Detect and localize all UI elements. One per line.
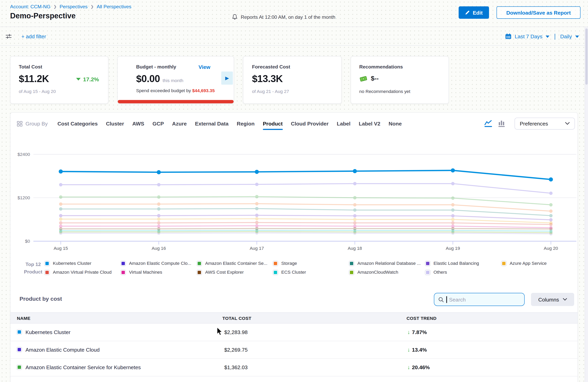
table-row-amazon-elastic-container-service-for-kubernetes[interactable]: Amazon Elastic Container Service for Kub… <box>10 359 578 376</box>
data-point[interactable] <box>451 196 454 200</box>
data-point[interactable] <box>353 196 357 199</box>
data-point[interactable] <box>451 221 454 225</box>
data-point[interactable] <box>353 221 357 225</box>
preferences-dropdown[interactable]: Preferences <box>514 118 575 130</box>
data-point[interactable] <box>59 202 63 206</box>
data-point[interactable] <box>353 203 357 206</box>
line-chart-icon[interactable] <box>484 119 492 127</box>
data-point[interactable] <box>353 225 357 228</box>
data-point[interactable] <box>451 182 454 185</box>
data-point[interactable] <box>157 217 160 221</box>
groupby-tab-cloud-provider[interactable]: Cloud Provider <box>291 118 328 129</box>
data-point[interactable] <box>157 183 160 187</box>
data-point[interactable] <box>255 221 258 224</box>
chevron-down-icon[interactable] <box>546 35 549 38</box>
groupby-tab-none[interactable]: None <box>389 118 402 129</box>
groupby-tab-region[interactable]: Region <box>237 118 254 129</box>
legend-item-amazon-virtual-private-cloud[interactable]: Amazon Virtual Private Cloud <box>45 270 121 275</box>
search-box[interactable] <box>434 293 525 306</box>
column-header-cost-trend[interactable]: COST TREND <box>406 316 437 321</box>
data-point[interactable] <box>549 203 553 206</box>
download-save-report-button[interactable]: Download/Save as Report <box>497 6 581 19</box>
legend-item-elastic-load-balancing[interactable]: Elastic Load Balancing <box>425 261 501 266</box>
legend-item-virtual-machines[interactable]: Virtual Machines <box>121 270 197 275</box>
column-header-total-cost[interactable]: TOTAL COST <box>222 316 252 321</box>
groupby-tab-external-data[interactable]: External Data <box>195 118 229 129</box>
data-point[interactable] <box>157 214 160 217</box>
groupby-tab-aws[interactable]: AWS <box>132 118 144 129</box>
data-point[interactable] <box>549 218 553 222</box>
data-point[interactable] <box>549 209 553 213</box>
data-point[interactable] <box>255 214 258 217</box>
data-point[interactable] <box>549 226 553 229</box>
legend-item-amazon-elastic-container-se[interactable]: Amazon Elastic Container Se... <box>197 261 273 266</box>
data-point[interactable] <box>451 168 455 172</box>
data-point[interactable] <box>549 221 553 225</box>
data-point[interactable] <box>59 207 63 210</box>
data-point[interactable] <box>157 207 160 210</box>
data-point[interactable] <box>353 182 357 185</box>
data-point[interactable] <box>549 177 553 182</box>
edit-button[interactable]: Edit <box>459 6 489 19</box>
legend-item-kubernetes-cluster[interactable]: Kubernetes Cluster <box>45 261 121 266</box>
table-row-kubernetes-cluster[interactable]: Kubernetes Cluster$2,283.98↓7.87% <box>10 324 578 341</box>
granularity-selector[interactable]: Daily <box>560 33 572 39</box>
legend-item-amazoncloudwatch[interactable]: AmazonCloudWatch <box>349 270 425 275</box>
data-point[interactable] <box>255 224 258 228</box>
filter-sliders-icon[interactable] <box>5 33 12 39</box>
data-point[interactable] <box>59 170 63 174</box>
groupby-tab-label-v2[interactable]: Label V2 <box>359 118 380 129</box>
legend-item-azure-app-service[interactable]: Azure App Service <box>502 261 578 266</box>
data-point[interactable] <box>59 195 63 199</box>
legend-item-others[interactable]: Others <box>425 270 501 275</box>
data-point[interactable] <box>451 203 454 206</box>
data-point[interactable] <box>157 195 160 199</box>
data-point[interactable] <box>255 170 259 174</box>
data-point[interactable] <box>59 221 63 225</box>
column-header-name[interactable]: NAME <box>17 316 30 321</box>
breadcrumb-account[interactable]: Account: CCM-NG <box>10 4 50 9</box>
legend-item-amazon-elastic-compute-clo[interactable]: Amazon Elastic Compute Clo... <box>121 261 197 266</box>
data-point[interactable] <box>59 225 63 228</box>
budget-next-arrow-button[interactable]: ▶ <box>221 72 233 85</box>
scrollbar-thumb[interactable] <box>586 28 588 85</box>
data-point[interactable] <box>353 208 357 212</box>
data-point[interactable] <box>451 214 454 217</box>
data-point[interactable] <box>255 202 258 205</box>
legend-item-aws-cost-explorer[interactable]: AWS Cost Explorer <box>197 270 273 275</box>
data-point[interactable] <box>451 225 454 228</box>
data-point[interactable] <box>255 207 258 210</box>
data-point[interactable] <box>255 183 258 186</box>
groupby-tab-cluster[interactable]: Cluster <box>106 118 124 129</box>
breadcrumb-all-perspectives[interactable]: All Perspectives <box>97 4 131 9</box>
legend-item-ecs-cluster[interactable]: ECS Cluster <box>273 270 349 275</box>
data-point[interactable] <box>255 195 258 198</box>
chevron-down-icon[interactable] <box>575 35 579 38</box>
data-point[interactable] <box>157 202 160 206</box>
data-point[interactable] <box>59 214 63 217</box>
data-point[interactable] <box>59 217 63 221</box>
data-point[interactable] <box>451 208 454 212</box>
bar-chart-icon[interactable] <box>498 119 505 127</box>
data-point[interactable] <box>451 218 454 221</box>
vertical-scrollbar[interactable] <box>585 27 588 382</box>
date-range-selector[interactable]: Last 7 Days <box>515 33 542 39</box>
columns-dropdown[interactable]: Columns <box>531 293 574 306</box>
legend-item-amazon-relational-database[interactable]: Amazon Relational Database ... <box>349 261 425 266</box>
data-point[interactable] <box>157 221 160 225</box>
add-filter-button[interactable]: + add filter <box>21 33 46 39</box>
table-row-amazon-elastic-compute-cloud[interactable]: Amazon Elastic Compute Cloud$2,269.75↓13… <box>10 341 578 359</box>
data-point[interactable] <box>157 170 161 174</box>
data-point[interactable] <box>549 214 553 217</box>
search-input[interactable] <box>449 296 521 302</box>
legend-item-storage[interactable]: Storage <box>273 261 349 266</box>
groupby-tab-cost-categories[interactable]: Cost Categories <box>58 118 98 129</box>
budget-view-link[interactable]: View <box>199 64 210 70</box>
groupby-tab-product[interactable]: Product <box>263 118 283 129</box>
data-point[interactable] <box>353 214 357 217</box>
breadcrumb-perspectives[interactable]: Perspectives <box>60 4 87 9</box>
data-point[interactable] <box>549 191 553 195</box>
data-point[interactable] <box>157 225 160 228</box>
data-point[interactable] <box>353 218 357 221</box>
groupby-tab-label[interactable]: Label <box>337 118 351 129</box>
